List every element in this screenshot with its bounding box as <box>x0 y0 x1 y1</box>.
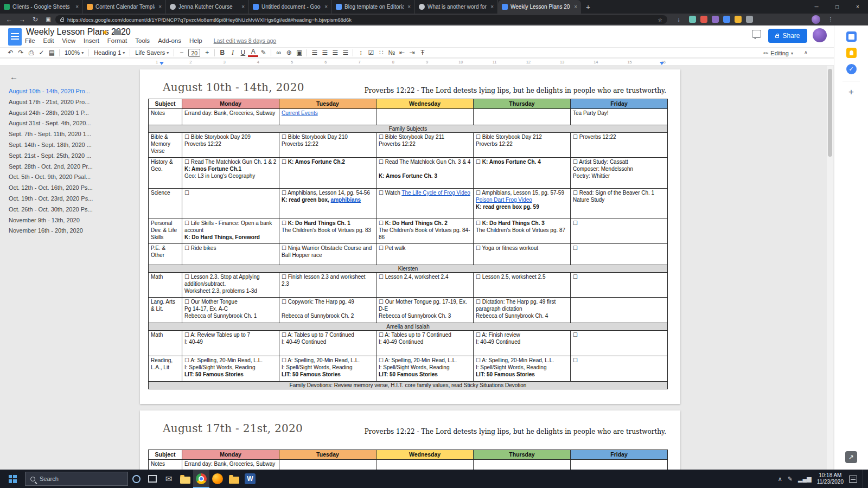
firefox-taskbar-icon[interactable] <box>209 470 226 488</box>
lesson-cell[interactable]: ☐ Bible Storybook Day 212Proverbs 12:22 <box>474 133 571 158</box>
subject-cell[interactable]: Notes <box>149 460 182 470</box>
collapse-toolbar-icon[interactable]: ∧ <box>804 49 808 55</box>
browser-tab[interactable]: Weekly Lesson Plans 2020 - Go× <box>498 0 581 14</box>
day-header-cell[interactable]: Wednesday <box>376 99 474 109</box>
explorer-taskbar-icon[interactable] <box>177 470 193 488</box>
mail-taskbar-icon[interactable]: ✉ <box>161 470 177 488</box>
menu-tools[interactable]: Tools <box>135 37 150 44</box>
day-header-cell[interactable]: Thursday <box>474 99 571 109</box>
insert-link-icon[interactable]: ∞ <box>273 48 284 57</box>
day-header-cell[interactable]: Wednesday <box>376 450 474 460</box>
lesson-cell[interactable]: ☐ A: Tables up to 7 ContinuedI: 40-49 Co… <box>376 331 474 356</box>
menu-format[interactable]: Format <box>107 37 127 44</box>
show-desktop-button[interactable] <box>863 470 865 488</box>
calendar-icon[interactable] <box>846 31 857 42</box>
lesson-cell[interactable] <box>571 460 668 470</box>
start-button[interactable] <box>0 470 25 488</box>
move-folder-icon[interactable] <box>114 30 121 35</box>
url-text[interactable]: https://docs.google.com/document/d/1YPfD… <box>67 17 654 23</box>
padlock-icon[interactable] <box>60 19 64 22</box>
outline-item[interactable]: Oct. 5th - Oct. 9th, 2020 Psal... <box>9 172 132 183</box>
section-banner-cell[interactable]: Family Devotions: Review memory verse, H… <box>149 382 668 389</box>
window-close-button[interactable]: × <box>847 0 868 14</box>
extension-icon[interactable] <box>712 16 719 23</box>
browser-tab[interactable]: What is another word for com× <box>415 0 498 14</box>
last-edit-link[interactable]: Last edit was 8 days ago <box>214 37 277 44</box>
lesson-cell[interactable]: ☐ Copywork: The Harp pg. 49 Rebecca of S… <box>279 298 376 323</box>
lesson-cell[interactable] <box>571 298 668 323</box>
keep-icon[interactable] <box>846 48 857 58</box>
lesson-cell[interactable]: ☐ A: Finish reviewI: 40-49 Continued <box>474 331 571 356</box>
doc-link[interactable]: amphibians <box>331 197 361 203</box>
lesson-cell[interactable]: ☐ Pet walk <box>376 244 474 265</box>
print-icon[interactable]: ⎙ <box>26 48 36 57</box>
doc-page-2[interactable]: August 17th - 21st, 2020 Proverbs 12:22 … <box>140 410 680 470</box>
outline-item[interactable]: Oct. 12th - Oct. 16th, 2020 Ps... <box>9 183 132 194</box>
tab-close-icon[interactable]: × <box>157 4 162 10</box>
lesson-cell[interactable] <box>474 460 571 470</box>
outline-item[interactable]: Oct. 19th - Oct. 23rd, 2020 Ps... <box>9 194 132 204</box>
tab-close-icon[interactable]: × <box>240 4 245 10</box>
subject-cell[interactable]: Lang. Arts & Lit. <box>149 298 182 323</box>
left-indent-marker[interactable] <box>159 62 164 65</box>
zoom-select[interactable]: 100%▾ <box>62 49 86 56</box>
align-center-icon[interactable]: ☰ <box>320 48 330 57</box>
subject-cell[interactable]: History & Geo. <box>149 158 182 189</box>
lesson-cell[interactable]: ☐ K: Amos Fortune Ch.2 <box>279 158 376 189</box>
lesson-cell[interactable]: Tea Party Day! <box>571 109 668 125</box>
numbered-list-icon[interactable]: № <box>386 48 397 57</box>
task-taskbar-icon[interactable] <box>144 470 161 488</box>
tab-close-icon[interactable]: × <box>323 4 328 10</box>
align-justify-icon[interactable]: ☰ <box>340 48 350 57</box>
extension-icon[interactable] <box>735 16 742 23</box>
lesson-cell[interactable]: ☐ <box>571 219 668 244</box>
insert-image-icon[interactable]: ▣ <box>294 48 304 57</box>
doc-link[interactable]: Poison Dart Frog Video <box>476 197 532 203</box>
day-header-cell[interactable]: Friday <box>571 450 668 460</box>
lesson-cell[interactable]: ☐ Watch The Life Cycle of Frog Video <box>376 189 474 219</box>
tab-close-icon[interactable]: × <box>573 4 577 10</box>
browser-tab[interactable]: Jenna Kutcher Course× <box>166 0 249 14</box>
lesson-cell[interactable]: ☐ Read The Matchlock Gun Ch. 3 & 4 K: Am… <box>376 158 474 189</box>
tasks-icon[interactable] <box>846 64 857 74</box>
lesson-cell[interactable]: ☐ Read The Matchlock Gun Ch. 1 & 2K: Amo… <box>182 158 279 189</box>
browser-profile-avatar[interactable] <box>812 15 820 24</box>
checklist-icon[interactable]: ☑ <box>366 48 376 57</box>
outline-item[interactable]: Oct. 26th - Oct. 30th, 2020 Ps... <box>9 204 132 215</box>
doc-page-1[interactable]: August 10th - 14th, 2020 Proverbs 12:22 … <box>140 69 680 404</box>
lesson-cell[interactable]: ☐ A: Spelling, 20-Min Read, L.L.I: Spell… <box>474 356 571 382</box>
lesson-cell[interactable] <box>376 109 474 125</box>
menu-help[interactable]: Help <box>189 37 202 44</box>
outline-item[interactable]: August 17th - 21st, 2020 Pro... <box>9 97 132 108</box>
lesson-cell[interactable]: ☐ <box>182 189 279 219</box>
day-header-cell[interactable]: Thursday <box>474 450 571 460</box>
subject-cell[interactable]: Science <box>149 189 182 219</box>
doc-link[interactable]: The Life Cycle of Frog Video <box>401 190 470 196</box>
doc-link[interactable]: Current Events <box>282 110 318 116</box>
lesson-cell[interactable]: ☐ K: Do Hard Things Ch. 3The Children's … <box>474 219 571 244</box>
day-header-cell[interactable]: Subject <box>149 99 182 109</box>
lesson-cell[interactable]: ☐ K: Do Hard Things Ch. 2The Children's … <box>376 219 474 244</box>
tray-expand-icon[interactable]: ∧ <box>778 476 782 483</box>
align-left-icon[interactable]: ☰ <box>309 48 320 57</box>
window-maximize-button[interactable]: □ <box>827 0 847 14</box>
vertical-scrollbar[interactable] <box>827 66 833 470</box>
add-comment-icon[interactable]: ⊕ <box>284 48 294 57</box>
docs-logo-icon[interactable] <box>8 28 22 46</box>
font-select[interactable]: Life Savers▾ <box>132 49 171 56</box>
highlight-color-icon[interactable]: ✎ <box>258 48 269 57</box>
action-center-icon[interactable] <box>849 476 857 483</box>
lesson-cell[interactable] <box>474 109 571 125</box>
extension-icon[interactable] <box>746 16 753 23</box>
taskbar-clock[interactable]: 10:18 AM 11/23/2020 <box>817 472 844 485</box>
outline-item[interactable]: Sept. 7th - Sept. 11th, 2020 1... <box>9 129 132 140</box>
day-header-cell[interactable]: Monday <box>182 99 279 109</box>
address-bar[interactable]: https://docs.google.com/document/d/1YPfD… <box>55 15 667 24</box>
bulleted-list-icon[interactable]: ∷ <box>376 48 386 57</box>
outline-item[interactable]: Sept. 14th - Sept. 18th, 2020 ... <box>9 140 132 151</box>
lesson-cell[interactable]: ☐ Dictation: The Harp pg. 49 first parag… <box>474 298 571 323</box>
font-size-input[interactable]: 20 <box>188 49 200 57</box>
get-addons-icon[interactable]: + <box>834 87 868 98</box>
comment-history-icon[interactable] <box>752 30 761 38</box>
lesson-cell[interactable]: ☐ Bible Storybook Day 211Proverbs 12:22 <box>376 133 474 158</box>
